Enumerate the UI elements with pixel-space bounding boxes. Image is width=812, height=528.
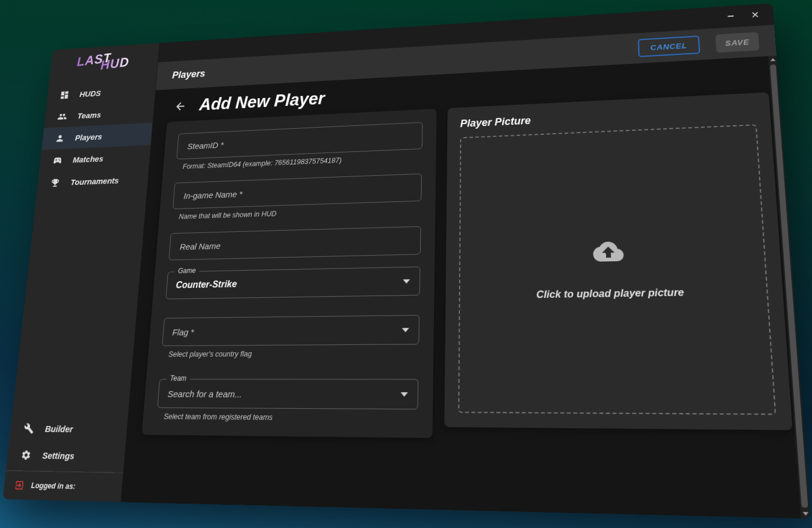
picture-upload-dropzone[interactable]: Click to upload player picture — [458, 124, 776, 415]
gamepad-icon — [52, 155, 63, 165]
scroll-up-icon[interactable] — [770, 58, 775, 62]
logged-in-label: Logged in as: — [31, 481, 75, 491]
save-button[interactable]: SAVE — [715, 32, 759, 53]
lasthud-logo: LAST HUD — [71, 47, 137, 77]
player-form-card: Format: SteamID64 (example: 765611983757… — [142, 109, 436, 438]
back-arrow-icon[interactable] — [174, 100, 186, 113]
dashboard-icon — [59, 90, 70, 100]
logged-in-row[interactable]: Logged in as: — [3, 471, 123, 502]
sidebar-nav: HUDSTeamsPlayersMatchesTournaments — [37, 79, 156, 194]
scroll-down-icon[interactable] — [803, 512, 809, 516]
minimize-icon[interactable]: – — [727, 9, 734, 21]
steamid-input[interactable] — [186, 131, 398, 151]
steamid-input-box — [176, 122, 423, 159]
chevron-down-icon — [401, 392, 408, 397]
ingame-name-input[interactable] — [182, 182, 397, 201]
gear-icon — [21, 449, 32, 460]
flag-helper-text: Select player's country flag — [168, 349, 419, 359]
real-name-input[interactable] — [178, 235, 396, 252]
cancel-button[interactable]: CANCEL — [638, 35, 700, 57]
page-content: Add New Player Format: SteamID64 (exampl… — [121, 55, 810, 519]
form-field-flag: Flag *Select player's country flag — [161, 315, 420, 359]
player-picture-card: Player Picture Click to upload player pi… — [445, 92, 793, 430]
sidebar-item-label: Builder — [44, 423, 73, 434]
logout-icon — [14, 480, 25, 491]
chevron-down-icon — [402, 328, 409, 332]
teams-icon — [57, 111, 68, 122]
sidebar-item-label: Matches — [73, 154, 104, 164]
sidebar-bottom: BuilderSettings Logged in as: — [3, 415, 128, 502]
game-value: Counter-Strike — [175, 279, 237, 291]
sidebar-item-label: Tournaments — [70, 175, 119, 186]
cards-row: Format: SteamID64 (example: 765611983757… — [142, 92, 805, 442]
team-value: Search for a team... — [168, 388, 243, 399]
cloud-upload-icon — [587, 236, 629, 267]
person-icon — [55, 133, 65, 144]
sidebar-item-settings[interactable]: Settings — [6, 441, 125, 470]
flag-value: Flag * — [172, 327, 194, 337]
upload-hint-text: Click to upload player picture — [536, 286, 684, 301]
team-helper-text: Select team from registered teams — [163, 412, 418, 423]
page-heading: Add New Player — [199, 89, 325, 114]
real-name-input-box — [169, 226, 421, 260]
team-select[interactable]: TeamSearch for a team... — [157, 379, 418, 409]
chevron-down-icon — [403, 280, 410, 284]
close-icon[interactable]: ✕ — [751, 11, 760, 20]
form-field-team: TeamSearch for a team...Select team from… — [156, 379, 418, 424]
app-window: LAST HUD HUDSTeamsPlayersMatchesTourname… — [3, 3, 810, 519]
sidebar-item-label: HUDS — [79, 88, 102, 98]
flag-select[interactable]: Flag * — [162, 315, 420, 346]
sidebar-item-label: Teams — [77, 110, 102, 120]
form-field-ingame-name: Name that will be shown in HUD — [172, 174, 422, 221]
page-title: Players — [172, 68, 206, 81]
ingame-name-input-box — [173, 174, 422, 209]
header-actions: CANCEL SAVE — [638, 32, 759, 57]
main-column: – ✕ Players CANCEL SAVE Add New Player F… — [121, 3, 810, 519]
sidebar-item-builder[interactable]: Builder — [9, 415, 128, 443]
form-field-steamid: Format: SteamID64 (example: 765611983757… — [175, 122, 422, 171]
trophy-icon — [50, 177, 60, 188]
team-label: Team — [167, 374, 190, 383]
app-logo: LAST HUD — [49, 43, 159, 80]
game-label: Game — [174, 266, 199, 275]
logo-text-hud: HUD — [100, 54, 129, 73]
sidebar-item-label: Settings — [42, 450, 75, 461]
form-field-real-name — [169, 226, 421, 260]
wrench-icon — [23, 423, 34, 434]
sidebar-item-tournaments[interactable]: Tournaments — [37, 167, 149, 194]
game-select[interactable]: GameCounter-Strike — [165, 267, 420, 299]
sidebar-item-label: Players — [75, 131, 103, 141]
form-field-game: GameCounter-Strike — [165, 267, 420, 299]
